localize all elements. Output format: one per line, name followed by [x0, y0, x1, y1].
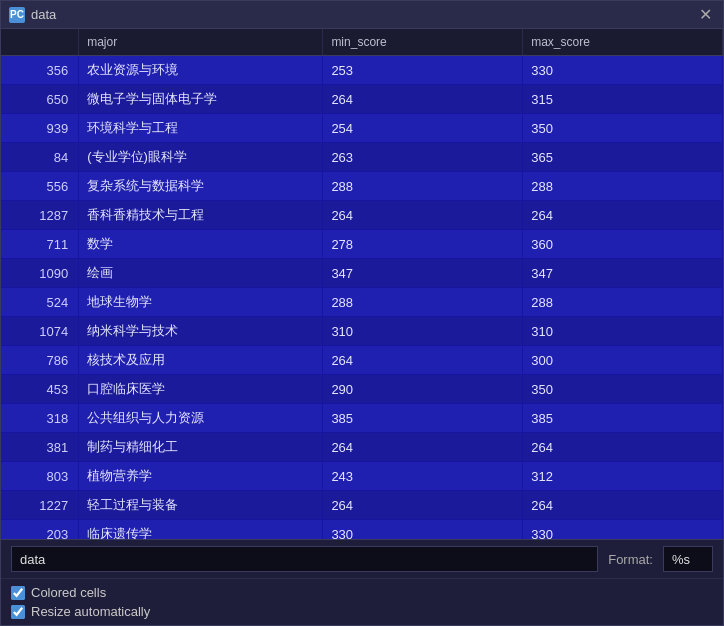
cell-id: 1287 — [1, 201, 79, 230]
cell-min-score: 385 — [323, 404, 523, 433]
table-row: 1074纳米科学与技术310310 — [1, 317, 723, 346]
table-row: 803植物营养学243312 — [1, 462, 723, 491]
table-row: 711数学278360 — [1, 230, 723, 259]
cell-min-score: 264 — [323, 201, 523, 230]
cell-max-score: 350 — [523, 375, 723, 404]
cell-min-score: 288 — [323, 288, 523, 317]
cell-major: 复杂系统与数据科学 — [79, 172, 323, 201]
table-row: 939环境科学与工程254350 — [1, 114, 723, 143]
cell-max-score: 315 — [523, 85, 723, 114]
colored-cells-label[interactable]: Colored cells — [31, 585, 106, 600]
cell-min-score: 243 — [323, 462, 523, 491]
cell-major: 数学 — [79, 230, 323, 259]
cell-id: 939 — [1, 114, 79, 143]
cell-max-score: 312 — [523, 462, 723, 491]
table-header-row: major min_score max_score — [1, 29, 723, 56]
colored-cells-row: Colored cells — [11, 585, 713, 600]
cell-min-score: 263 — [323, 143, 523, 172]
cell-major: 植物营养学 — [79, 462, 323, 491]
cell-max-score: 288 — [523, 172, 723, 201]
bottom-input-bar: Format: %s — [1, 539, 723, 578]
cell-id: 84 — [1, 143, 79, 172]
table-row: 318公共组织与人力资源385385 — [1, 404, 723, 433]
format-value: %s — [663, 546, 713, 572]
cell-id: 786 — [1, 346, 79, 375]
cell-id: 803 — [1, 462, 79, 491]
cell-id: 381 — [1, 433, 79, 462]
cell-min-score: 330 — [323, 520, 523, 540]
table-row: 650微电子学与固体电子学264315 — [1, 85, 723, 114]
cell-min-score: 264 — [323, 491, 523, 520]
window-title: data — [31, 7, 56, 22]
table-row: 1287香科香精技术与工程264264 — [1, 201, 723, 230]
table-container: major min_score max_score 356农业资源与环境2533… — [1, 29, 723, 539]
cell-major: 临床遗传学 — [79, 520, 323, 540]
cell-id: 356 — [1, 56, 79, 85]
cell-max-score: 347 — [523, 259, 723, 288]
cell-max-score: 330 — [523, 520, 723, 540]
cell-major: 微电子学与固体电子学 — [79, 85, 323, 114]
cell-id: 453 — [1, 375, 79, 404]
main-window: PC data ✕ major min_score max_score 356农… — [0, 0, 724, 626]
cell-max-score: 385 — [523, 404, 723, 433]
resize-auto-label[interactable]: Resize automatically — [31, 604, 150, 619]
cell-max-score: 350 — [523, 114, 723, 143]
cell-major: 轻工过程与装备 — [79, 491, 323, 520]
cell-max-score: 288 — [523, 288, 723, 317]
table-row: 84(专业学位)眼科学263365 — [1, 143, 723, 172]
cell-major: 核技术及应用 — [79, 346, 323, 375]
title-bar: PC data ✕ — [1, 1, 723, 29]
cell-min-score: 264 — [323, 433, 523, 462]
col-header-max-score: max_score — [523, 29, 723, 56]
cell-min-score: 264 — [323, 346, 523, 375]
resize-auto-row: Resize automatically — [11, 604, 713, 619]
cell-min-score: 278 — [323, 230, 523, 259]
cell-max-score: 360 — [523, 230, 723, 259]
cell-max-score: 330 — [523, 56, 723, 85]
table-body: 356农业资源与环境253330650微电子学与固体电子学264315939环境… — [1, 56, 723, 540]
table-row: 1227轻工过程与装备264264 — [1, 491, 723, 520]
cell-min-score: 254 — [323, 114, 523, 143]
cell-major: (专业学位)眼科学 — [79, 143, 323, 172]
cell-max-score: 310 — [523, 317, 723, 346]
cell-id: 1090 — [1, 259, 79, 288]
cell-major: 纳米科学与技术 — [79, 317, 323, 346]
data-input-field[interactable] — [11, 546, 598, 572]
cell-id: 318 — [1, 404, 79, 433]
table-row: 524地球生物学288288 — [1, 288, 723, 317]
cell-major: 绘画 — [79, 259, 323, 288]
table-row: 203临床遗传学330330 — [1, 520, 723, 540]
cell-major: 口腔临床医学 — [79, 375, 323, 404]
cell-max-score: 264 — [523, 433, 723, 462]
table-row: 453口腔临床医学290350 — [1, 375, 723, 404]
resize-auto-checkbox[interactable] — [11, 605, 25, 619]
cell-id: 556 — [1, 172, 79, 201]
close-button[interactable]: ✕ — [695, 5, 715, 25]
table-row: 381制药与精细化工264264 — [1, 433, 723, 462]
cell-id: 1074 — [1, 317, 79, 346]
app-icon: PC — [9, 7, 25, 23]
cell-major: 农业资源与环境 — [79, 56, 323, 85]
col-header-index — [1, 29, 79, 56]
cell-min-score: 288 — [323, 172, 523, 201]
table-row: 786核技术及应用264300 — [1, 346, 723, 375]
cell-id: 524 — [1, 288, 79, 317]
cell-min-score: 290 — [323, 375, 523, 404]
cell-major: 环境科学与工程 — [79, 114, 323, 143]
cell-min-score: 347 — [323, 259, 523, 288]
cell-major: 地球生物学 — [79, 288, 323, 317]
format-label: Format: — [608, 552, 653, 567]
table-row: 1090绘画347347 — [1, 259, 723, 288]
col-header-min-score: min_score — [323, 29, 523, 56]
colored-cells-checkbox[interactable] — [11, 586, 25, 600]
cell-max-score: 264 — [523, 491, 723, 520]
cell-max-score: 365 — [523, 143, 723, 172]
cell-max-score: 264 — [523, 201, 723, 230]
cell-min-score: 310 — [323, 317, 523, 346]
cell-id: 650 — [1, 85, 79, 114]
cell-id: 1227 — [1, 491, 79, 520]
title-bar-left: PC data — [9, 7, 56, 23]
cell-id: 711 — [1, 230, 79, 259]
table-row: 556复杂系统与数据科学288288 — [1, 172, 723, 201]
cell-major: 香科香精技术与工程 — [79, 201, 323, 230]
